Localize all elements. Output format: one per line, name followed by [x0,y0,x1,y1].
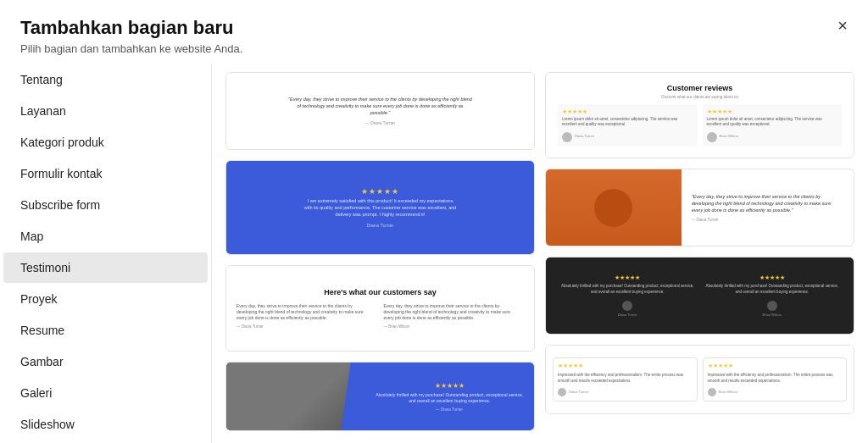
template-card-1[interactable]: "Every day, they strive to improve their… [225,72,535,150]
close-button[interactable]: × [834,14,851,37]
modal-header: Tambahkan bagian baru Pilih bagian dan t… [0,0,868,64]
sidebar-item-kategori-produk[interactable]: Kategori produk [3,127,208,158]
template-card-5[interactable]: Customer reviews Discover what our clien… [545,72,854,158]
sidebar-item-slideshow[interactable]: Slideshow [3,409,208,440]
template-card-2[interactable]: ★★★★★ I am extremely satisfied with this… [225,160,535,255]
sidebar-item-layanan[interactable]: Layanan [3,96,208,126]
modal: Tambahkan bagian baru Pilih bagian dan t… [0,0,868,443]
sidebar-item-galeri[interactable]: Galeri [3,378,208,408]
sidebar-item-testimoni[interactable]: Testimoni [3,252,208,283]
sidebar-item-map[interactable]: Map [3,221,208,252]
template-card-7[interactable]: ★★★★★ Absolutely thrilled with my purcha… [545,257,854,335]
sidebar-item-tentang[interactable]: Tentang [3,64,208,95]
template-card-3[interactable]: Here's what our customers say Every day,… [225,265,535,352]
modal-title: Tambahkan bagian baru [20,17,848,39]
template-column-1: "Every day, they strive to improve their… [225,72,535,435]
template-card-6[interactable]: "Every day, they strive to improve their… [545,169,854,246]
sidebar-item-subscribe-form[interactable]: Subscribe form [3,190,208,220]
content-area: "Every day, they strive to improve their… [212,64,868,443]
sidebar-item-gambar[interactable]: Gambar [3,346,208,377]
modal-body: TentangLayananKategori produkFormulir ko… [0,64,868,443]
sidebar-item-proyek[interactable]: Proyek [3,284,208,314]
template-card-8[interactable]: ★★★★★ Impressed with the efficiency and … [545,345,854,414]
sidebar-item-formulir-kontak[interactable]: Formulir kontak [3,158,208,189]
sidebar: TentangLayananKategori produkFormulir ko… [0,64,212,443]
template-card-4[interactable]: ★★★★★ Absolutely thrilled with my purcha… [225,362,535,431]
template-column-2: Customer reviews Discover what our clien… [545,72,854,435]
modal-subtitle: Pilih bagian dan tambahkan ke website An… [20,42,848,55]
sidebar-item-resume[interactable]: Resume [3,315,208,346]
